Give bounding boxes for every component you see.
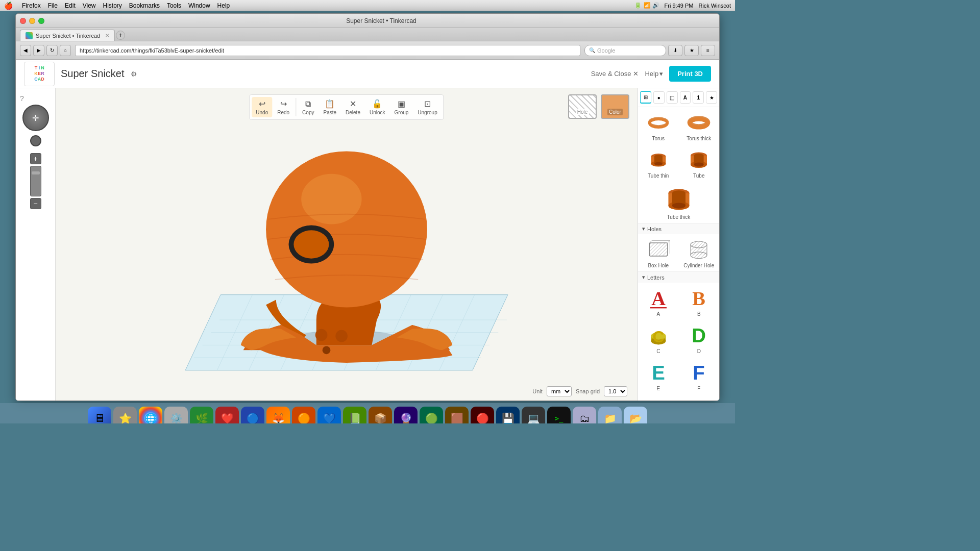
app-header: TIN KER CAD Super Snicket ⚙ Save & Close… [16,60,719,88]
dock-icon-11[interactable]: 📦 [369,407,392,423]
holes-grid: Box Hole [638,234,719,271]
redo-button[interactable]: ↪ Redo [273,97,293,117]
group-icon: ▣ [398,99,405,109]
dock-icon-6[interactable]: 🔵 [241,407,264,423]
unlock-label: Unlock [370,110,385,115]
shape-tube-thick[interactable]: Tube thick [638,182,719,223]
shape-letter-e[interactable]: E E [638,357,679,394]
settings-icon[interactable]: ⚙ [131,70,137,78]
browser-tab[interactable]: Super Snicket • Tinkercad ✕ [20,30,115,41]
close-button[interactable] [20,18,26,24]
dock-icon-20[interactable]: 📁 [598,407,622,423]
dock-icon-13[interactable]: 🟢 [420,407,443,423]
menu-file[interactable]: File [48,2,58,9]
number-view-icon[interactable]: 1 [693,91,704,104]
star-view-icon[interactable]: ★ [706,91,717,104]
dock-settings[interactable]: ⚙️ [164,407,188,423]
copy-button[interactable]: ⧉ Copy [298,97,318,117]
dock-chrome[interactable]: 🌐 [139,407,162,423]
dock-icon-14[interactable]: 🟫 [445,407,469,423]
dock-icon-21[interactable]: 📂 [624,407,647,423]
back-button[interactable]: ◀ [20,45,31,56]
tab-label: Super Snicket • Tinkercad [36,33,100,39]
apple-menu[interactable]: 🍎 [4,2,13,10]
snap-grid-select[interactable]: 1.0 0.5 2.0 [604,386,627,396]
shape-torus-thick[interactable]: Torus thick [679,107,720,144]
shape-letter-b[interactable]: B B [679,283,720,320]
search-bar[interactable]: 🔍 Google [584,45,666,56]
svg-text:C: C [652,328,664,346]
shape-torus[interactable]: Torus [638,107,679,144]
dock-icon-9[interactable]: 💙 [317,407,341,423]
maximize-button[interactable] [38,18,44,24]
shape-tube-thin[interactable]: Tube thin [638,144,679,182]
dock-firefox[interactable]: 🦊 [266,407,290,423]
dock-icon-12[interactable]: 🔮 [394,407,418,423]
minimize-button[interactable] [29,18,35,24]
forward-button[interactable]: ▶ [33,45,44,56]
color-button[interactable]: Color [601,94,629,119]
dock-star[interactable]: ⭐ [113,407,137,423]
letter-view-icon[interactable]: A [680,91,691,104]
menu-tools[interactable]: Tools [167,2,181,9]
dock-icon-4[interactable]: 🌿 [190,407,213,423]
view-3d-icon[interactable] [30,135,41,146]
unlock-button[interactable]: 🔓 Unlock [365,97,389,117]
3d-viewport[interactable]: Workplane [56,88,638,400]
dock-finder[interactable]: 🖥 [88,407,111,423]
dock-icon-8[interactable]: 🟠 [292,407,315,423]
canvas-toolbar: ↩ Undo ↪ Redo ⧉ Copy 📋 Paste [249,94,444,120]
reload-button[interactable]: ↻ [46,45,58,56]
shape-letter-a[interactable]: A A [638,283,679,320]
dock-terminal[interactable]: >_ [547,407,571,423]
shape-cylinder-hole[interactable]: Cylinder Hole [679,234,720,271]
menu-history[interactable]: History [103,2,122,9]
paste-button[interactable]: 📋 Paste [319,97,340,117]
menu-bookmarks[interactable]: Bookmarks [129,2,160,9]
canvas-area[interactable]: ↩ Undo ↪ Redo ⧉ Copy 📋 Paste [56,88,638,400]
home-button[interactable]: ⌂ [60,45,71,56]
help-chevron-icon: ▾ [659,70,663,78]
save-close-button[interactable]: Save & Close ✕ [591,70,639,78]
ungroup-button[interactable]: ⊡ Ungroup [413,97,441,117]
dock-icon-10[interactable]: 📗 [343,407,366,423]
undo-button[interactable]: ↩ Undo [252,97,272,117]
cube-view-icon[interactable]: ◫ [667,91,678,104]
shape-box-hole[interactable]: Box Hole [638,234,679,271]
help-hint-icon[interactable]: ? [20,94,24,103]
shape-letter-c[interactable]: C C [638,320,679,357]
dock-icon-16[interactable]: 💾 [496,407,520,423]
downloads-button[interactable]: ⬇ [668,45,682,56]
menu-view[interactable]: View [83,2,96,9]
tab-close-icon[interactable]: ✕ [105,33,109,38]
new-tab-button[interactable]: + [116,31,125,40]
menu-edit[interactable]: Edit [65,2,76,9]
shape-letter-d[interactable]: D D [679,320,720,357]
svg-text:B: B [692,288,705,309]
grid-view-icon[interactable]: ⊞ [640,91,651,104]
menu-button[interactable]: ≡ [701,45,715,56]
address-bar[interactable]: https://tinkercad.com/things/fkiTa53blvE… [75,45,580,56]
shape-letter-f[interactable]: F F [679,357,720,394]
unit-select[interactable]: mm cm in [547,386,572,396]
help-button[interactable]: Help ▾ [645,70,663,78]
dock-icon-15[interactable]: 🔴 [471,407,494,423]
shape-tube[interactable]: Tube [679,144,720,182]
navigation-compass[interactable]: ✛ [22,105,49,131]
hole-button[interactable]: Hole [568,94,597,119]
zoom-slider[interactable] [30,166,41,196]
group-button[interactable]: ▣ Group [390,97,413,117]
dock-icon-5[interactable]: ❤️ [215,407,239,423]
zoom-out-button[interactable]: − [30,198,41,209]
dock-icon-19[interactable]: 🗂 [573,407,596,423]
menu-help[interactable]: Help [217,2,230,9]
zoom-in-button[interactable]: + [30,153,41,164]
sphere-view-icon[interactable]: ● [653,91,665,104]
tinkercad-logo[interactable]: TIN KER CAD [24,62,55,86]
print-3d-button[interactable]: Print 3D [669,66,711,82]
menu-window[interactable]: Window [188,2,210,9]
delete-button[interactable]: ✕ Delete [341,97,364,117]
bookmarks-button[interactable]: ★ [684,45,699,56]
menu-firefox[interactable]: Firefox [22,2,41,9]
dock-icon-17[interactable]: 💻 [522,407,545,423]
